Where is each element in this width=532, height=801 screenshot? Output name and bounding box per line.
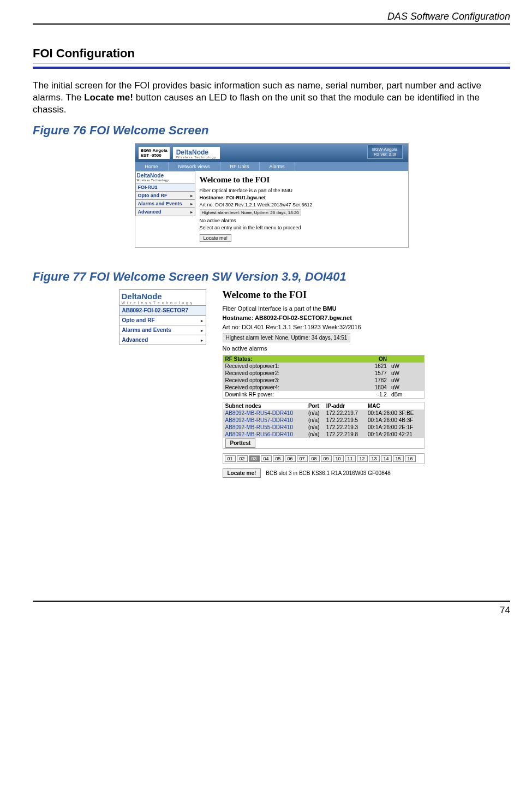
table-cell: 172.22.219.8 [324,431,366,438]
table-cell: uW [389,363,424,370]
sidebar-item-label: Alarms and Events [138,201,182,206]
table-cell: (n/a) [306,431,324,438]
fig76-top-left-l1: BGW-Angola [141,148,168,153]
subnet-node-link[interactable]: AB8092-MB-RU54-DDR410 [223,410,306,417]
col-header: Subnet nodes [223,402,306,410]
sidebar-item-alarms-events[interactable]: Alarms and Events [119,325,206,335]
port-04[interactable]: 04 [261,455,272,462]
art-no-line: Art no: DOI 302 Rev:1.2.1 Week:2013w47 S… [200,202,404,207]
table-cell: (n/a) [306,410,324,417]
subnet-node-link[interactable]: AB8092-MB-RU55-DDR410 [223,424,306,431]
table-cell: Received optopower3: [223,377,352,384]
page-header: DAS Software Configuration [33,11,510,25]
figure-76-caption: Figure 76 FOI Welcome Screen [33,123,510,138]
table-cell: 1804 [352,384,389,391]
port-01[interactable]: 01 [225,455,236,462]
figure-77-caption: Figure 77 FOI Welcome Screen SW Version … [33,270,510,284]
subnet-nodes-table: Subnet nodesPortIP-addrMAC AB8092-MB-RU5… [223,402,425,449]
table-cell: uW [389,384,424,391]
locate-me-button[interactable]: Locate me! [223,468,261,478]
sidebar-logo-sub: Wireless Technology [137,179,194,182]
port-11[interactable]: 11 [345,455,356,462]
subnet-node-link[interactable]: AB8092-MB-RU57-DDR410 [223,417,306,424]
fig77-sidebar: DeltaNode W i r e l e s s T e c h n o l … [119,289,206,345]
nav-network-views[interactable]: Network views [169,162,220,171]
sidebar-item-alarms-events[interactable]: Alarms and Events [135,200,195,208]
sidebar-item-advanced[interactable]: Advanced [135,208,195,216]
footer-rule [33,601,510,602]
bmu-bold: BMU [323,305,337,312]
no-active-alarms: No active alarms [200,218,404,223]
chevron-right-icon [201,337,203,343]
port-08[interactable]: 08 [309,455,320,462]
fig76-top-bar: BGW-Angola EST -0500 DeltaNode Wireless … [135,144,408,162]
fig76-top-left-l2: EST -0500 [141,153,162,158]
sidebar-item-label: Opto and RF [138,193,168,198]
table-cell: 00:1A:26:00:2E:1F [366,424,424,431]
sidebar-item-label: Alarms and Events [122,327,171,333]
port-16[interactable]: 16 [405,455,416,462]
sidebar-item-opto-rf[interactable]: Opto and RF [135,192,195,200]
sidebar-logo-sub: W i r e l e s s T e c h n o l o g y [122,301,204,305]
table-cell: Received optopower1: [223,363,352,370]
sidebar-logo-text: DeltaNode [122,292,162,301]
table-cell: 00:1A:26:00:4B:3F [366,417,424,424]
rf-status-label: RF Status: [223,355,352,363]
nav-home[interactable]: Home [135,162,169,171]
chevron-right-icon [190,201,193,206]
hostname-line: Hostname: AB8092-FOI-02-SECTOR7.bgw.net [223,315,425,321]
port-07[interactable]: 07 [297,455,308,462]
fig76-main: Welcome to the FOI Fiber Optical Interfa… [195,171,408,247]
port-05[interactable]: 05 [273,455,284,462]
port-03[interactable]: 03 [249,455,260,462]
port-02[interactable]: 02 [237,455,248,462]
table-cell: 172.22.219.7 [324,410,366,417]
chevron-right-icon [190,193,193,198]
fig76-sidebar: DeltaNode Wireless Technology FOI-RU1 Op… [135,171,195,247]
subnet-node-link[interactable]: AB8092-MB-RU56-DDR410 [223,431,306,438]
locate-row: Locate me! BCB slot 3 in BCB KS36.1 R1A … [223,468,425,478]
col-header: Port [306,402,324,410]
table-cell: 00:1A:26:00:3F:BE [366,410,424,417]
porttest-button[interactable]: Porttest [225,438,256,448]
sidebar-item-sector7[interactable]: AB8092-FOI-02-SECTOR7 [119,306,206,316]
table-cell: uW [389,370,424,377]
nav-alarms[interactable]: Alarms [260,162,295,171]
sidebar-logo-text: DeltaNode [137,173,164,179]
page-number: 74 [0,605,532,627]
hostname-value: Hostname: FOI-RU1.bgw.net [200,195,266,200]
sidebar-item-foi-ru1[interactable]: FOI-RU1 [135,183,195,192]
port-10[interactable]: 10 [333,455,344,462]
table-cell: -1.2 [352,391,389,399]
port-12[interactable]: 12 [357,455,368,462]
port-selector: 01 02 03 04 05 06 07 08 09 10 11 12 13 1… [223,453,425,464]
port-09[interactable]: 09 [321,455,332,462]
fig77-main: Welcome to the FOI Fiber Optical Interfa… [223,289,425,480]
table-cell: 1782 [352,377,389,384]
port-15[interactable]: 15 [393,455,404,462]
port-14[interactable]: 14 [381,455,392,462]
nav-rf-units[interactable]: RF Units [220,162,260,171]
sidebar-item-advanced[interactable]: Advanced [119,335,206,345]
art-no-line: Art no: DOI 401 Rev:1.3.1 Ser:11923 Week… [223,324,425,330]
section-title: FOI Configuration [33,46,510,61]
col-header: IP-addr [324,402,366,410]
port-13[interactable]: 13 [369,455,380,462]
port-06[interactable]: 06 [285,455,296,462]
sidebar-item-opto-rf[interactable]: Opto and RF [119,316,206,325]
welcome-title: Welcome to the FOI [200,175,404,185]
sidebar-item-label: AB8092-FOI-02-SECTOR7 [122,307,189,313]
intro-paragraph: The initial screen for the FOI provides … [33,80,510,116]
fiber-text-a: Fiber Optical Interface is a part of the [223,305,323,312]
badge-l2: R2 ver. 2.3i [372,152,398,157]
select-entry-msg: Select an entry unit in the left menu to… [200,225,404,230]
locate-me-button[interactable]: Locate me! [200,234,232,242]
fiber-interface-line: Fiber Optical Interface is a part of the… [200,188,404,193]
sidebar-logo: DeltaNode W i r e l e s s T e c h n o l … [119,289,206,306]
table-cell: dBm [389,391,424,399]
section-rule [33,63,510,69]
hostname-value: Hostname: AB8092-FOI-02-SECTOR7.bgw.net [223,315,352,321]
sidebar-logo: DeltaNode Wireless Technology [135,171,195,183]
table-cell: 00:1A:26:00:42:21 [366,431,424,438]
col-header: MAC [366,402,424,410]
